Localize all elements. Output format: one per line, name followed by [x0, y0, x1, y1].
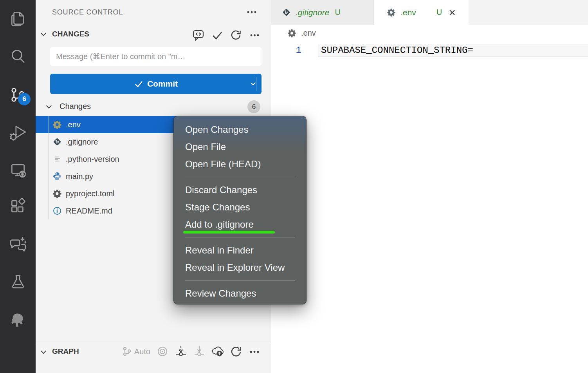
- commit-dropdown-icon[interactable]: [251, 80, 256, 85]
- tab-label: .env: [400, 8, 416, 17]
- changes-count-badge: 6: [247, 100, 260, 113]
- tree-indent-guide: [49, 116, 49, 219]
- text-file-icon: [52, 154, 62, 164]
- commit-button-label: Commit: [147, 79, 178, 89]
- gear-icon: [387, 8, 396, 17]
- line-number: 1: [271, 44, 301, 57]
- testing-beaker-icon[interactable]: [7, 271, 29, 293]
- file-name: main.py: [66, 172, 93, 181]
- close-icon[interactable]: [447, 8, 457, 17]
- menu-item-open-changes[interactable]: Open Changes: [174, 121, 306, 138]
- branch-icon: [122, 346, 133, 357]
- file-name: .gitignore: [66, 138, 98, 147]
- breadcrumb[interactable]: .env: [271, 25, 588, 42]
- untracked-badge: U: [335, 8, 340, 17]
- code-line[interactable]: SUPABASE_CONNECTION_STRING=: [321, 44, 473, 57]
- run-and-debug-icon[interactable]: [7, 121, 29, 143]
- target-icon[interactable]: [156, 345, 169, 358]
- git-icon: [52, 137, 62, 147]
- menu-item-open-file-head[interactable]: Open File (HEAD): [174, 156, 306, 173]
- highlight-underline: [183, 231, 275, 234]
- sidebar-more-icon[interactable]: [247, 9, 257, 17]
- refresh-icon[interactable]: [230, 29, 242, 41]
- tab-label: .gitignore: [296, 8, 329, 17]
- menu-item-review-changes[interactable]: Review Changes: [174, 285, 306, 302]
- publish-cloud-icon[interactable]: [211, 345, 224, 358]
- editor-area: .gitignore U .env U .env 1 SUPABASE_CO: [271, 0, 588, 373]
- extensions-icon[interactable]: [7, 196, 29, 217]
- remote-explorer-icon[interactable]: [7, 159, 29, 181]
- menu-item-discard-changes[interactable]: Discard Changes: [174, 181, 306, 199]
- menu-item-stage-changes[interactable]: Stage Changes: [174, 199, 306, 216]
- changes-group-row[interactable]: Changes 6: [36, 100, 271, 114]
- source-control-badge: 6: [18, 93, 31, 105]
- fetch-icon[interactable]: [193, 345, 206, 358]
- untracked-badge: U: [436, 8, 442, 17]
- commit-check-icon[interactable]: [211, 29, 223, 41]
- tab-env[interactable]: .env U: [374, 0, 469, 25]
- menu-separator: [185, 237, 295, 237]
- git-icon: [282, 8, 291, 17]
- breadcrumb-file: .env: [301, 29, 316, 38]
- graph-auto-toggle[interactable]: Auto: [122, 346, 150, 357]
- menu-separator: [185, 280, 295, 281]
- more-actions-icon[interactable]: [249, 29, 261, 41]
- chevron-down-icon: [41, 348, 46, 354]
- graph-toolbar: Auto: [122, 345, 261, 358]
- file-name: pyproject.toml: [66, 189, 115, 198]
- comment-code-icon[interactable]: [192, 29, 204, 41]
- chevron-down-icon: [46, 103, 52, 109]
- gear-icon: [52, 189, 62, 198]
- file-name: .env: [66, 120, 81, 129]
- postgres-elephant-icon[interactable]: [7, 308, 29, 330]
- search-icon[interactable]: [7, 45, 29, 67]
- changes-toolbar: [192, 29, 261, 41]
- explorer-icon[interactable]: [7, 8, 29, 30]
- changes-section-header[interactable]: CHANGES: [36, 28, 271, 42]
- info-icon: [52, 206, 62, 215]
- menu-item-reveal-in-explorer-view[interactable]: Reveal in Explorer View: [174, 259, 306, 276]
- context-menu: Open Changes Open File Open File (HEAD) …: [173, 116, 307, 304]
- vscode-window: 6 SOURCE CONTROL CHANGES: [0, 0, 588, 373]
- check-icon: [134, 79, 143, 89]
- commit-button-divider: [256, 77, 256, 91]
- more-actions-icon[interactable]: [248, 345, 261, 358]
- graph-section-header[interactable]: GRAPH Auto: [36, 342, 271, 373]
- chevron-down-icon: [41, 31, 46, 36]
- pull-icon[interactable]: [175, 345, 187, 358]
- changes-group-label: Changes: [60, 102, 91, 111]
- gear-icon: [52, 120, 62, 129]
- graph-auto-label: Auto: [134, 347, 150, 356]
- menu-item-reveal-in-finder[interactable]: Reveal in Finder: [174, 242, 306, 259]
- graph-section-label: GRAPH: [52, 347, 79, 356]
- changes-section-label: CHANGES: [52, 30, 89, 38]
- commit-button[interactable]: Commit: [50, 74, 262, 94]
- python-icon: [52, 172, 62, 181]
- chat-sparkle-icon[interactable]: [7, 234, 29, 255]
- file-name: README.md: [66, 206, 112, 215]
- sidebar-title: SOURCE CONTROL: [52, 8, 123, 16]
- menu-item-open-file[interactable]: Open File: [174, 138, 306, 156]
- commit-message-input[interactable]: [50, 47, 262, 66]
- gear-icon: [287, 29, 296, 38]
- menu-separator: [185, 177, 295, 177]
- tab-gitignore[interactable]: .gitignore U: [271, 0, 374, 25]
- tab-bar: .gitignore U .env U: [271, 0, 588, 25]
- file-name: .python-version: [66, 155, 119, 164]
- activity-bar: [0, 0, 36, 373]
- refresh-icon[interactable]: [230, 345, 242, 358]
